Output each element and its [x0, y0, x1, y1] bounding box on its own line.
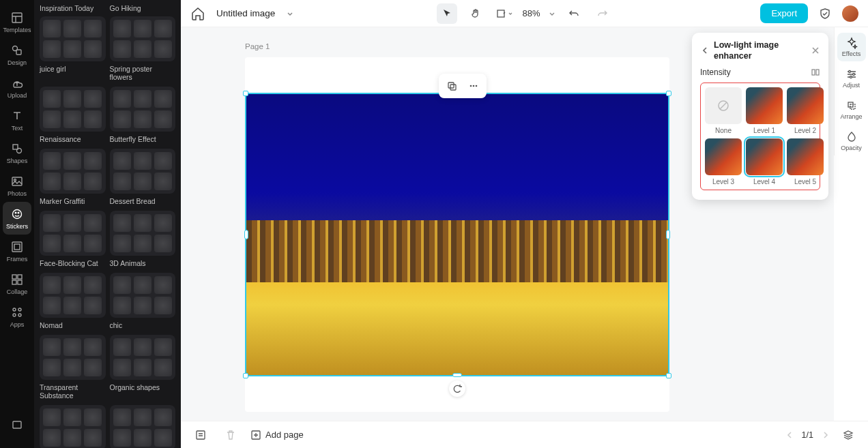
sticker-thumb[interactable] — [134, 90, 151, 108]
sticker-thumb[interactable] — [134, 40, 151, 58]
selected-image[interactable] — [245, 93, 669, 376]
back-icon[interactable] — [700, 46, 710, 55]
sticker-thumb[interactable] — [43, 297, 61, 314]
category-item[interactable]: Transparent Substance — [40, 335, 106, 404]
next-page-icon[interactable] — [822, 431, 830, 439]
sticker-thumb[interactable] — [154, 214, 172, 232]
sticker-thumb[interactable] — [63, 90, 81, 108]
category-item[interactable]: Go Hiking — [110, 4, 176, 15]
category-item[interactable]: Butterfly Effect — [110, 87, 176, 147]
sticker-thumb[interactable] — [154, 110, 172, 128]
sticker-thumb[interactable] — [113, 173, 131, 190]
sticker-thumb[interactable] — [63, 110, 81, 128]
sticker-thumb[interactable] — [84, 408, 102, 426]
sticker-thumb[interactable] — [63, 429, 81, 447]
sticker-thumb[interactable] — [84, 152, 102, 170]
sticker-thumb[interactable] — [154, 429, 172, 447]
sticker-thumb[interactable] — [154, 40, 172, 58]
sticker-thumb[interactable] — [134, 297, 151, 314]
crop-tool[interactable] — [493, 3, 514, 24]
category-item[interactable]: juice girl — [40, 16, 106, 85]
category-item[interactable]: Brushes — [40, 405, 106, 448]
sticker-thumb[interactable] — [113, 90, 131, 108]
sticker-thumb[interactable] — [113, 359, 131, 376]
sticker-thumb[interactable] — [63, 152, 81, 170]
nav-text[interactable]: Text — [0, 104, 34, 136]
sticker-thumb[interactable] — [63, 276, 81, 294]
home-icon[interactable] — [190, 6, 205, 21]
sticker-thumb[interactable] — [84, 276, 102, 294]
layers-icon[interactable] — [838, 425, 858, 445]
sticker-thumb[interactable] — [43, 276, 61, 294]
redo-button[interactable] — [592, 3, 613, 24]
nav-shapes[interactable]: Shapes — [0, 136, 34, 169]
sticker-thumb[interactable] — [43, 235, 61, 252]
sticker-thumb[interactable] — [154, 408, 172, 426]
category-item[interactable]: chic — [110, 273, 176, 333]
sticker-thumb[interactable] — [134, 338, 151, 356]
rail-arrange[interactable]: Arrange — [837, 95, 866, 124]
shield-icon[interactable] — [815, 3, 835, 24]
resize-handle-b[interactable] — [452, 373, 462, 377]
sticker-thumb[interactable] — [43, 408, 61, 426]
sticker-thumb[interactable] — [84, 338, 102, 356]
category-item[interactable]: Inspiration Today — [40, 4, 106, 15]
category-item[interactable]: Marker Graffiti — [40, 149, 106, 209]
sticker-thumb[interactable] — [43, 40, 61, 58]
resize-handle-tr[interactable] — [666, 91, 671, 96]
sticker-thumb[interactable] — [154, 235, 172, 252]
sticker-thumb[interactable] — [84, 40, 102, 58]
category-item[interactable]: Nomad — [40, 273, 106, 333]
intensity-none[interactable]: None — [705, 87, 742, 134]
sticker-thumb[interactable] — [154, 20, 172, 38]
intensity-level-5[interactable]: Level 5 — [787, 138, 824, 185]
sticker-thumb[interactable] — [154, 297, 172, 314]
sticker-thumb[interactable] — [84, 235, 102, 252]
intensity-level-1[interactable]: Level 1 — [746, 87, 783, 134]
more-icon[interactable] — [463, 76, 484, 95]
avatar[interactable] — [842, 5, 858, 22]
category-item[interactable]: Spring poster flowers — [110, 16, 176, 85]
sticker-thumb[interactable] — [43, 20, 61, 38]
sticker-thumb[interactable] — [84, 214, 102, 232]
sticker-thumb[interactable] — [113, 214, 131, 232]
sticker-thumb[interactable] — [134, 235, 151, 252]
resize-handle-bl[interactable] — [243, 373, 248, 378]
sticker-thumb[interactable] — [113, 110, 131, 128]
sticker-thumb[interactable] — [134, 214, 151, 232]
duplicate-icon[interactable] — [442, 76, 462, 95]
prev-page-icon[interactable] — [785, 431, 794, 439]
sticker-thumb[interactable] — [113, 40, 131, 58]
category-item[interactable]: Face-Blocking Cat — [40, 211, 106, 271]
sticker-thumb[interactable] — [63, 408, 81, 426]
sticker-thumb[interactable] — [43, 173, 61, 190]
nav-photos[interactable]: Photos — [0, 169, 34, 202]
doc-title[interactable]: Untitled image — [216, 8, 275, 18]
sticker-thumb[interactable] — [63, 214, 81, 232]
sticker-thumb[interactable] — [134, 359, 151, 376]
intensity-level-3[interactable]: Level 3 — [705, 138, 742, 185]
close-icon[interactable] — [811, 46, 820, 55]
sticker-thumb[interactable] — [134, 276, 151, 294]
sticker-thumb[interactable] — [134, 408, 151, 426]
zoom-level[interactable]: 88% — [522, 8, 540, 18]
category-item[interactable]: Diffusion graphics — [110, 405, 176, 448]
cursor-tool[interactable] — [436, 3, 457, 24]
compare-icon[interactable] — [811, 68, 820, 77]
rail-adjust[interactable]: Adjust — [837, 64, 866, 93]
export-button[interactable]: Export — [760, 3, 808, 23]
category-item[interactable]: Renaissance — [40, 87, 106, 147]
nav-frames[interactable]: Frames — [0, 235, 34, 267]
sticker-thumb[interactable] — [84, 429, 102, 447]
category-item[interactable]: Organic shapes — [110, 335, 176, 404]
sticker-thumb[interactable] — [84, 359, 102, 376]
sticker-thumb[interactable] — [63, 235, 81, 252]
sticker-thumb[interactable] — [134, 152, 151, 170]
notes-icon[interactable] — [190, 425, 211, 445]
sticker-thumb[interactable] — [154, 359, 172, 376]
nav-design[interactable]: Design — [0, 38, 34, 71]
category-item[interactable]: 3D Animals — [110, 211, 176, 271]
sticker-thumb[interactable] — [84, 110, 102, 128]
nav-more[interactable] — [0, 408, 34, 441]
sticker-thumb[interactable] — [134, 173, 151, 190]
